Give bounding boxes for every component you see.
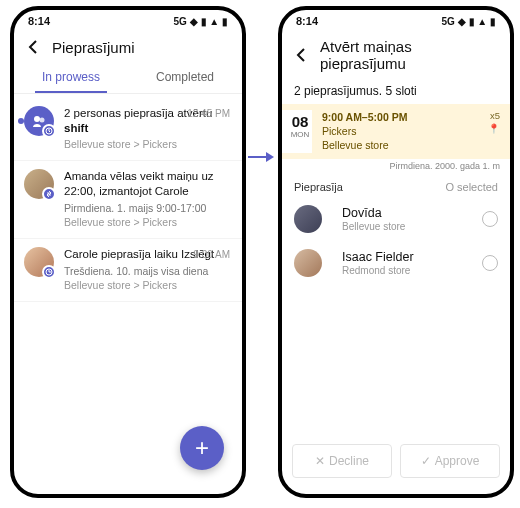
shift-time: 9:00 AM–5:00 PM <box>322 110 478 124</box>
status-time: 8:14 <box>28 15 50 27</box>
item-body: Amanda vēlas veikt maiņu uz 22:00, izman… <box>64 169 232 228</box>
pin-icon: 📍 <box>488 123 500 136</box>
shift-info: 9:00 AM–5:00 PM Pickers Bellevue store <box>322 110 478 153</box>
avatar <box>294 249 322 277</box>
item-crumb: Bellevue store > Pickers <box>64 279 232 291</box>
shift-store: Bellevue store <box>322 138 478 152</box>
svg-point-3 <box>40 118 45 123</box>
page-title: Pieprasījumi <box>52 39 135 56</box>
approve-button[interactable]: ✓ Approve <box>400 444 500 478</box>
tab-completed[interactable]: Completed <box>128 60 242 93</box>
phone-requests-list: 8:14 5G ◆ ▮ ▲ ▮ Pieprasījumi In prowess … <box>10 6 246 498</box>
avatar <box>24 247 54 277</box>
check-icon: ✓ <box>421 454 431 468</box>
selected-count: O selected <box>445 181 498 193</box>
shift-date: 08 MON <box>282 110 312 153</box>
list-item[interactable]: Carole pieprasīja laiku Izslēgt Trešdien… <box>14 239 242 302</box>
status-bar: 8:14 5G ◆ ▮ ▲ ▮ <box>282 10 510 32</box>
avatar <box>24 169 54 199</box>
svg-marker-1 <box>266 152 274 162</box>
item-crumb: Bellevue store > Pickers <box>64 138 232 150</box>
requester-text: Dovīda Bellevue store <box>342 206 472 232</box>
requester-text: Isaac Fielder Redmond store <box>342 250 472 276</box>
svg-point-2 <box>34 116 40 122</box>
requester-store: Redmond store <box>342 265 472 276</box>
tabs: In prowess Completed <box>14 60 242 94</box>
page-title: Atvērt maiņas pieprasījumu <box>320 38 500 72</box>
group-avatar <box>24 106 54 136</box>
requests-list: 2 personas pieprasīja atvērtu shift Bell… <box>14 94 242 306</box>
phone-request-detail: 8:14 5G ◆ ▮ ▲ ▮ Atvērt maiņas pieprasīju… <box>278 6 514 498</box>
shift-badge-icon <box>42 124 56 138</box>
requester-row[interactable]: Dovīda Bellevue store <box>282 197 510 241</box>
item-title: Amanda vēlas veikt maiņu uz 22:00, izman… <box>64 169 232 199</box>
avatar <box>294 205 322 233</box>
back-icon[interactable] <box>292 46 310 64</box>
item-subtitle: Trešdiena. 10. maijs visa diena <box>64 265 232 277</box>
status-icons: 5G ◆ ▮ ▲ ▮ <box>441 16 496 27</box>
shift-meta: x5 📍 <box>488 110 500 136</box>
status-time: 8:14 <box>296 15 318 27</box>
summary-text: 2 pieprasījumus. 5 sloti <box>282 76 510 102</box>
status-icons: 5G ◆ ▮ ▲ ▮ <box>173 16 228 27</box>
action-bar: ✕ Decline ✓ Approve <box>292 444 500 478</box>
item-time: 12:45 PM <box>187 108 230 119</box>
status-bar: 8:14 5G ◆ ▮ ▲ ▮ <box>14 10 242 32</box>
list-item[interactable]: 2 personas pieprasīja atvērtu shift Bell… <box>14 98 242 161</box>
item-subtitle: Pirmdiena. 1. maijs 9:00-17:00 <box>64 202 232 214</box>
requester-name: Dovīda <box>342 206 472 221</box>
requesters-label: Pieprasīja <box>294 181 343 193</box>
decline-button[interactable]: ✕ Decline <box>292 444 392 478</box>
shift-role: Pickers <box>322 124 478 138</box>
header: Atvērt maiņas pieprasījumu <box>282 32 510 76</box>
item-crumb: Bellevue store > Pickers <box>64 216 232 228</box>
shift-count: x5 <box>488 110 500 123</box>
shift-card[interactable]: 08 MON 9:00 AM–5:00 PM Pickers Bellevue … <box>282 104 510 159</box>
select-radio[interactable] <box>482 211 498 227</box>
requester-store: Bellevue store <box>342 221 472 232</box>
item-time: 9:00 AM <box>193 249 230 260</box>
close-icon: ✕ <box>315 454 325 468</box>
back-icon[interactable] <box>24 38 42 56</box>
tab-in-progress[interactable]: In prowess <box>14 60 128 93</box>
shift-footnote: Pirmdiena. 2000. gada 1. m <box>282 159 510 177</box>
requesters-header: Pieprasīja O selected <box>282 177 510 197</box>
select-radio[interactable] <box>482 255 498 271</box>
timeoff-badge-icon <box>42 265 56 279</box>
list-item[interactable]: Amanda vēlas veikt maiņu uz 22:00, izman… <box>14 161 242 239</box>
add-button[interactable]: + <box>180 426 224 470</box>
swap-badge-icon <box>42 187 56 201</box>
plus-icon: + <box>195 434 209 462</box>
requester-row[interactable]: Isaac Fielder Redmond store <box>282 241 510 285</box>
header: Pieprasījumi <box>14 32 242 60</box>
requester-name: Isaac Fielder <box>342 250 472 265</box>
arrow-between-phones <box>248 150 274 168</box>
